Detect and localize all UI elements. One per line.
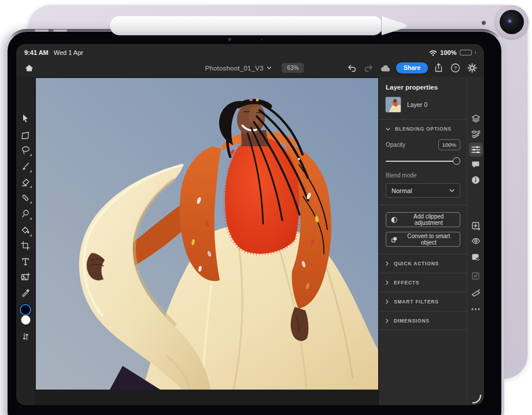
divider <box>379 119 467 120</box>
zoom-level-badge[interactable]: 63% <box>282 63 304 73</box>
marketing-scene: 9:41 AM Wed 1 Apr 100% Photoshoot_01_V3 … <box>0 0 532 415</box>
opacity-slider[interactable] <box>386 157 460 165</box>
rear-microphone-dot <box>482 21 486 25</box>
opacity-slider-handle[interactable] <box>453 157 460 165</box>
chevron-down-icon <box>449 189 455 192</box>
healing-brush-tool-icon[interactable] <box>20 192 31 203</box>
rear-camera-glint <box>508 20 511 23</box>
panel-switcher-strip <box>467 77 484 405</box>
transform-tool-icon[interactable] <box>20 130 31 140</box>
chevron-right-icon <box>386 299 389 304</box>
undo-button[interactable] <box>346 62 359 75</box>
info-icon[interactable] <box>469 173 483 187</box>
redo-button[interactable] <box>363 62 375 75</box>
blend-mode-value: Normal <box>391 187 412 194</box>
flatten-icon[interactable] <box>469 286 483 300</box>
blend-mode-select[interactable]: Normal <box>386 183 460 198</box>
status-date: Wed 1 Apr <box>54 49 83 56</box>
rear-camera-lens-icon <box>500 10 524 34</box>
more-options-icon[interactable] <box>469 302 483 316</box>
layer-row[interactable]: Layer 0 <box>386 97 460 112</box>
home-button[interactable] <box>22 61 36 75</box>
photo-canvas-image <box>36 78 378 390</box>
chevron-right-icon <box>386 261 389 266</box>
blend-mode-label: Blend mode <box>386 172 460 179</box>
battery-percent: 100% <box>440 49 456 56</box>
app-screen: 9:41 AM Wed 1 Apr 100% Photoshoot_01_V3 … <box>16 44 484 405</box>
share-button[interactable]: Share <box>396 62 428 73</box>
blending-options-header[interactable]: BLENDING OPTIONS <box>386 126 460 132</box>
front-camera-icon <box>228 38 232 42</box>
adjustment-icon <box>391 216 397 224</box>
fill-tool-icon[interactable] <box>20 225 31 236</box>
lasso-tool-icon[interactable] <box>20 145 31 155</box>
chevron-down-icon <box>386 128 390 131</box>
status-time: 9:41 AM <box>24 49 49 56</box>
crop-tool-icon[interactable] <box>20 240 31 251</box>
opacity-value-box[interactable]: 100% <box>438 139 460 150</box>
apple-pencil-seam <box>381 17 382 34</box>
chevron-right-icon <box>386 280 389 285</box>
type-tool-icon[interactable] <box>20 256 31 266</box>
tool-rail <box>16 77 35 405</box>
move-tool-icon[interactable] <box>20 113 31 124</box>
top-toolbar: Photoshoot_01_V3 63% Share <box>16 59 484 77</box>
add-clipped-adjustment-button[interactable]: Add clipped adjustment <box>386 212 460 227</box>
foreground-color-chip[interactable] <box>20 304 31 316</box>
wifi-icon <box>428 49 437 56</box>
document-canvas[interactable] <box>35 77 379 405</box>
svg-text:?: ? <box>453 65 456 71</box>
layers-icon[interactable] <box>469 112 483 125</box>
chevron-down-icon <box>267 66 272 69</box>
chevron-right-icon <box>386 318 389 323</box>
visibility-eye-icon[interactable] <box>469 234 483 248</box>
layer-properties-panel: Layer properties Layer 0 BLENDING OPTION… <box>379 77 467 405</box>
help-icon[interactable]: ? <box>449 62 461 75</box>
document-title-group[interactable]: Photoshoot_01_V3 63% <box>205 59 304 77</box>
place-embed-icon[interactable] <box>469 269 483 283</box>
layer-properties-icon[interactable] <box>469 127 483 141</box>
place-photo-tool-icon[interactable] <box>20 272 31 282</box>
smart-object-icon <box>391 236 398 243</box>
apple-pencil <box>110 16 383 35</box>
clone-stamp-tool-icon[interactable] <box>20 209 31 219</box>
swap-colors-icon[interactable] <box>20 331 31 342</box>
document-title[interactable]: Photoshoot_01_V3 <box>205 65 263 72</box>
section-smart-filters[interactable]: SMART FILTERS <box>379 292 467 311</box>
add-layer-icon[interactable] <box>469 219 483 233</box>
settings-gear-icon[interactable] <box>466 62 478 75</box>
panel-title: Layer properties <box>386 84 460 91</box>
status-bar: 9:41 AM Wed 1 Apr 100% <box>16 44 484 59</box>
layer-preview-icon[interactable] <box>469 250 483 264</box>
adjustments-icon[interactable] <box>469 143 483 157</box>
cloud-sync-icon[interactable] <box>379 62 392 75</box>
eyedropper-tool-icon[interactable] <box>20 288 31 298</box>
background-color-chip[interactable] <box>21 315 31 325</box>
front-sensor-dot <box>261 39 263 40</box>
export-icon[interactable] <box>432 62 445 75</box>
section-quick-actions[interactable]: QUICK ACTIONS <box>379 254 467 273</box>
section-effects[interactable]: EFFECTS <box>379 273 467 292</box>
divider <box>379 205 467 205</box>
layer-thumbnail[interactable] <box>386 97 401 112</box>
layer-name[interactable]: Layer 0 <box>407 101 427 108</box>
eraser-tool-icon[interactable] <box>20 177 31 187</box>
section-dimensions[interactable]: DIMENSIONS <box>379 311 467 330</box>
brush-tool-icon[interactable] <box>20 161 31 172</box>
convert-to-smart-object-button[interactable]: Convert to smart object <box>386 232 460 247</box>
comments-icon[interactable] <box>469 158 483 172</box>
opacity-label: Opacity <box>386 142 405 148</box>
battery-icon <box>460 50 472 55</box>
